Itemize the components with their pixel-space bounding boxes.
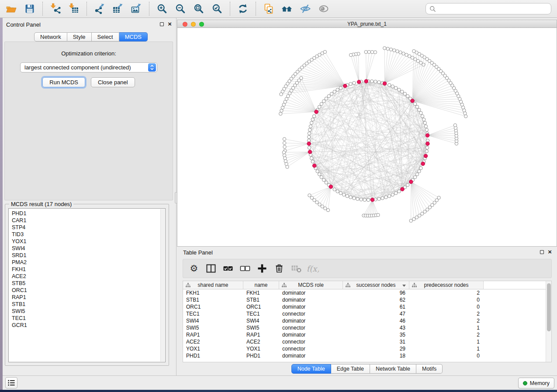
network-node[interactable] bbox=[370, 51, 374, 54]
mcds-result-item[interactable]: CAR1 bbox=[12, 217, 165, 224]
network-node[interactable] bbox=[308, 135, 311, 138]
network-node[interactable] bbox=[394, 192, 398, 195]
network-node[interactable] bbox=[311, 160, 314, 163]
network-node[interactable] bbox=[349, 83, 352, 86]
network-node[interactable] bbox=[325, 97, 328, 100]
table-row[interactable]: YOX1 YOX1 connector 29 1 bbox=[183, 345, 551, 352]
network-node[interactable] bbox=[282, 103, 285, 106]
network-node[interactable] bbox=[279, 112, 282, 115]
network-node[interactable] bbox=[425, 150, 428, 153]
network-node[interactable] bbox=[394, 86, 398, 89]
search-input[interactable] bbox=[439, 6, 547, 12]
tab-mcds[interactable]: MCDS bbox=[119, 32, 148, 41]
network-node[interactable] bbox=[406, 95, 409, 98]
network-canvas[interactable] bbox=[177, 28, 557, 247]
network-node[interactable] bbox=[322, 100, 325, 103]
network-node[interactable] bbox=[349, 53, 352, 56]
network-node[interactable] bbox=[415, 173, 419, 176]
network-node[interactable] bbox=[310, 121, 313, 124]
tab-node-table[interactable]: Node Table bbox=[291, 364, 331, 374]
network-node[interactable] bbox=[311, 118, 314, 121]
float-panel-icon[interactable] bbox=[160, 22, 164, 26]
network-node[interactable] bbox=[282, 151, 285, 154]
mcds-result-item[interactable]: PMA2 bbox=[12, 259, 165, 266]
network-node[interactable] bbox=[320, 102, 323, 105]
close-panel-icon[interactable]: × bbox=[168, 22, 172, 26]
network-node[interactable] bbox=[405, 53, 408, 56]
network-node[interactable] bbox=[318, 203, 321, 206]
network-dominator-node[interactable] bbox=[424, 154, 428, 158]
tab-edge-table[interactable]: Edge Table bbox=[331, 364, 370, 374]
network-node[interactable] bbox=[391, 193, 394, 196]
table-row[interactable]: STB1 STB1 dominator 62 0 bbox=[183, 296, 551, 303]
network-node[interactable] bbox=[403, 92, 406, 95]
network-node[interactable] bbox=[396, 50, 399, 53]
save-session-button[interactable] bbox=[21, 1, 39, 16]
network-dominator-node[interactable] bbox=[357, 80, 361, 84]
network-dominator-node[interactable] bbox=[409, 180, 413, 184]
export-table-button[interactable] bbox=[109, 1, 127, 16]
network-dominator-node[interactable] bbox=[411, 99, 415, 103]
new-network-from-selection-button[interactable] bbox=[259, 1, 278, 16]
network-node[interactable] bbox=[389, 48, 392, 51]
zoom-out-button[interactable] bbox=[171, 1, 190, 16]
network-node[interactable] bbox=[316, 170, 319, 173]
network-dominator-node[interactable] bbox=[401, 187, 405, 191]
mcds-list-scrollbar[interactable] bbox=[160, 209, 165, 361]
network-node[interactable] bbox=[280, 109, 283, 112]
network-node[interactable] bbox=[418, 108, 421, 111]
delete-columns-button[interactable] bbox=[273, 262, 286, 275]
network-dominator-node[interactable] bbox=[343, 84, 347, 88]
mcds-result-item[interactable]: ORC1 bbox=[12, 287, 165, 294]
table-row[interactable]: SWI5 SWI5 connector 43 1 bbox=[183, 324, 551, 331]
network-node[interactable] bbox=[398, 88, 401, 91]
network-node[interactable] bbox=[424, 125, 427, 128]
run-mcds-button[interactable]: Run MCDS bbox=[42, 77, 85, 87]
network-node[interactable] bbox=[363, 198, 366, 201]
network-dominator-node[interactable] bbox=[315, 110, 318, 114]
network-node[interactable] bbox=[356, 197, 359, 200]
network-node[interactable] bbox=[364, 50, 367, 53]
apply-layout-button[interactable] bbox=[234, 1, 252, 16]
close-window-icon[interactable] bbox=[183, 22, 187, 27]
mcds-result-item[interactable]: SWI5 bbox=[12, 308, 165, 315]
network-node[interactable] bbox=[388, 195, 391, 198]
network-node[interactable] bbox=[415, 105, 419, 108]
network-node[interactable] bbox=[401, 90, 404, 93]
network-node[interactable] bbox=[330, 92, 333, 95]
network-node[interactable] bbox=[315, 201, 318, 204]
mcds-result-item[interactable]: TID3 bbox=[12, 231, 165, 238]
network-node[interactable] bbox=[406, 183, 409, 186]
mcds-result-item[interactable]: ACE2 bbox=[12, 273, 165, 280]
network-node[interactable] bbox=[464, 112, 467, 115]
network-dominator-node[interactable] bbox=[426, 142, 430, 146]
network-node[interactable] bbox=[346, 195, 349, 198]
network-dominator-node[interactable] bbox=[308, 150, 312, 154]
mcds-result-item[interactable]: STB1 bbox=[12, 301, 165, 308]
network-node[interactable] bbox=[399, 51, 402, 54]
network-node[interactable] bbox=[421, 115, 424, 118]
network-node[interactable] bbox=[388, 83, 391, 86]
network-node[interactable] bbox=[326, 209, 329, 212]
network-dominator-node[interactable] bbox=[312, 164, 316, 168]
network-node[interactable] bbox=[383, 47, 386, 50]
network-node[interactable] bbox=[320, 175, 323, 179]
network-node[interactable] bbox=[349, 196, 352, 199]
network-dominator-node[interactable] bbox=[426, 134, 429, 138]
network-node[interactable] bbox=[419, 167, 422, 170]
first-neighbors-button[interactable] bbox=[278, 1, 296, 16]
table-row[interactable]: SWI4 SWI4 dominator 46 2 bbox=[183, 317, 551, 324]
select-all-button[interactable] bbox=[221, 262, 235, 275]
network-node[interactable] bbox=[419, 111, 422, 114]
table-settings-button[interactable]: ⚙ bbox=[187, 262, 201, 275]
network-node[interactable] bbox=[283, 141, 286, 144]
mcds-result-item[interactable]: YOX1 bbox=[12, 238, 165, 245]
tab-select[interactable]: Select bbox=[92, 32, 119, 41]
import-table-button[interactable] bbox=[65, 1, 83, 16]
network-node[interactable] bbox=[413, 102, 416, 105]
network-node[interactable] bbox=[408, 55, 411, 58]
hide-selected-button[interactable] bbox=[296, 1, 315, 16]
column-header-MCDS-role[interactable]: MCDS role bbox=[279, 281, 343, 289]
network-node[interactable] bbox=[333, 188, 336, 191]
tab-style[interactable]: Style bbox=[67, 32, 92, 41]
